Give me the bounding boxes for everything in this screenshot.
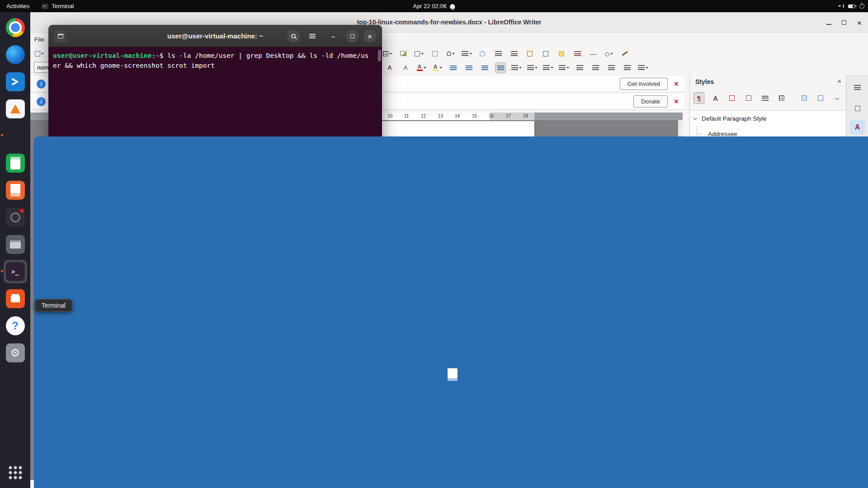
dock-item-writer[interactable] — [4, 124, 27, 148]
minimize-button[interactable] — [823, 17, 834, 28]
subscript-button[interactable]: A — [400, 62, 411, 73]
dock-item-calc[interactable] — [4, 151, 27, 175]
decrease-indent-button[interactable] — [574, 62, 585, 73]
vlc-icon — [6, 99, 25, 118]
dock-item-media[interactable] — [4, 206, 27, 229]
dock-item-files[interactable] — [4, 233, 27, 256]
insert-comment-button[interactable] — [556, 48, 567, 59]
dock-item-vscode[interactable] — [4, 70, 27, 94]
character-styles-icon[interactable]: A — [710, 92, 721, 104]
terminal-titlebar[interactable]: user@user-virtual-machine: ~ – × — [48, 25, 382, 47]
insert-textbox-button[interactable] — [429, 48, 440, 59]
ubuntu-software-icon — [6, 289, 25, 308]
dock-item-software[interactable] — [4, 287, 27, 310]
infobar-close-icon[interactable]: × — [668, 80, 685, 89]
focused-app-label: Terminal — [52, 3, 74, 9]
infobar-close-icon[interactable]: × — [668, 97, 685, 106]
ruler-number: 11 — [404, 113, 409, 118]
line-spacing-button[interactable] — [511, 62, 522, 73]
frame-styles-icon[interactable] — [726, 92, 737, 104]
show-applications-button[interactable] — [4, 461, 27, 484]
font-color-button[interactable]: A — [416, 62, 427, 73]
terminal-search-button[interactable] — [287, 30, 300, 42]
dock-item-settings[interactable] — [4, 341, 27, 365]
dock-item-help[interactable] — [4, 314, 27, 338]
terminal-close-button[interactable]: × — [363, 30, 376, 42]
fill-format-mode-icon[interactable] — [799, 92, 810, 104]
window-title: top-10-linux-commands-for-newbies.docx -… — [357, 19, 541, 26]
styles-actions-menu-icon[interactable] — [832, 92, 843, 104]
close-button[interactable]: × — [854, 17, 865, 28]
basic-shapes-button[interactable]: ◇ — [604, 48, 614, 59]
get-involved-button[interactable]: Get involved — [620, 78, 668, 90]
vscode-icon — [6, 72, 25, 91]
insert-chart-button[interactable] — [414, 48, 425, 59]
ruler-number: 10 — [387, 113, 392, 118]
ordered-list-button[interactable] — [542, 62, 553, 73]
list-styles-icon[interactable] — [760, 92, 771, 104]
table-styles-icon[interactable] — [776, 92, 787, 104]
donate-button[interactable]: Donate — [633, 95, 668, 108]
insert-bookmark-button[interactable] — [524, 48, 535, 59]
sort-button[interactable] — [637, 62, 648, 73]
styles-deck-icon[interactable]: A — [850, 120, 865, 135]
app-grid-icon — [9, 466, 22, 479]
unordered-list-button[interactable] — [527, 62, 538, 73]
ruler-number: 15 — [472, 113, 477, 118]
insert-hyperlink-button[interactable] — [477, 48, 488, 59]
battery-icon — [848, 5, 855, 8]
align-center-button[interactable] — [463, 62, 474, 73]
superscript-button[interactable]: A — [384, 62, 395, 73]
terminal-minimize-button[interactable]: – — [327, 30, 340, 42]
increase-indent-button[interactable] — [590, 62, 601, 73]
settings-icon — [6, 343, 25, 362]
insert-footnote-button[interactable] — [493, 48, 504, 59]
libreoffice-writer-icon — [34, 136, 868, 488]
activities-button[interactable]: Activities — [0, 0, 36, 12]
clock-menu[interactable]: Apr 22 02:06 — [413, 0, 455, 12]
paragraph-space-increase-button[interactable] — [606, 62, 617, 73]
new-tab-button[interactable] — [54, 30, 67, 42]
properties-deck-icon[interactable] — [850, 101, 865, 116]
system-status-menu[interactable] — [838, 0, 864, 12]
highlight-color-button[interactable]: A — [432, 62, 443, 73]
top-bar: Activities Terminal Apr 22 02:06 — [0, 0, 868, 12]
insert-field-button[interactable] — [461, 48, 472, 59]
sidebar-settings-icon[interactable] — [850, 80, 865, 95]
align-left-button[interactable] — [448, 62, 458, 73]
terminal-menu-button[interactable] — [306, 30, 319, 42]
terminal-scrollbar-thumb[interactable] — [378, 50, 381, 61]
page-styles-icon[interactable] — [743, 92, 754, 104]
terminal-app-icon — [42, 4, 48, 9]
cross-reference-button[interactable] — [540, 48, 551, 59]
special-character-button[interactable]: Ω — [445, 48, 456, 59]
justify-button[interactable] — [495, 62, 506, 73]
new-style-from-selection-icon[interactable] — [816, 92, 826, 104]
volume-icon — [838, 4, 844, 8]
dock-item-browser[interactable] — [4, 43, 27, 66]
outline-list-button[interactable] — [558, 62, 569, 73]
menu-file[interactable]: File — [30, 36, 48, 43]
media-app-icon — [6, 208, 25, 227]
insert-image-button[interactable] — [398, 48, 409, 59]
draw-pen-button[interactable] — [619, 48, 630, 59]
new-document-button[interactable] — [34, 48, 45, 59]
paragraph-styles-icon[interactable]: ¶ — [693, 92, 704, 104]
insert-endnote-button[interactable] — [509, 48, 519, 59]
help-icon — [6, 316, 25, 335]
dock-item-impress[interactable] — [4, 178, 27, 202]
insert-table-button[interactable] — [382, 48, 393, 59]
styles-panel-close-icon[interactable]: × — [837, 77, 841, 85]
style-item[interactable]: Default Paragraph Style — [690, 111, 846, 126]
dock-item-terminal[interactable] — [4, 260, 27, 283]
terminal-maximize-button[interactable] — [346, 30, 359, 42]
horizontal-line-button[interactable]: — — [588, 48, 599, 59]
track-changes-button[interactable] — [572, 48, 583, 59]
desktop: Activities Terminal Apr 22 02:06 top-10-… — [0, 0, 868, 488]
align-right-button[interactable] — [479, 62, 490, 73]
paragraph-space-decrease-button[interactable] — [622, 62, 632, 73]
focused-app-menu[interactable]: Terminal — [36, 0, 80, 12]
dock-item-chrome[interactable] — [4, 16, 27, 39]
maximize-button[interactable] — [839, 17, 849, 28]
dock-item-vlc[interactable] — [4, 97, 27, 121]
